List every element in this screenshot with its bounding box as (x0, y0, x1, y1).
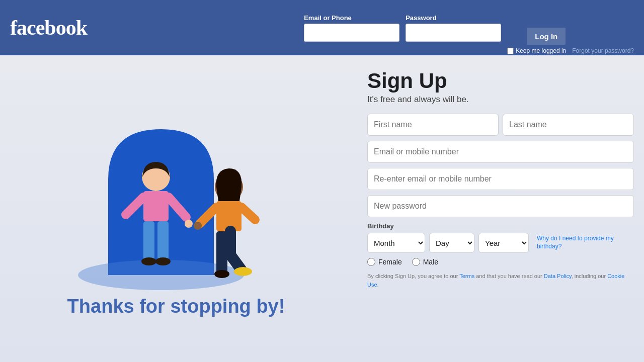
birthday-section: Birthday Month JanFebMar AprMayJun JulAu… (367, 222, 634, 253)
name-row (367, 114, 634, 136)
day-select[interactable]: Day 123456789101112131415161718192021222… (429, 233, 474, 253)
svg-rect-5 (143, 221, 154, 261)
signup-form: Sign Up It's free and always will be. Bi… (352, 55, 644, 362)
terms-end: . (377, 282, 379, 288)
reemail-input[interactable] (367, 168, 634, 190)
header-right: Email or Phone Password Log In Keep me l… (294, 0, 644, 55)
svg-point-15 (234, 267, 252, 276)
signup-subtitle: It's free and always will be. (367, 95, 634, 105)
svg-line-12 (242, 207, 255, 220)
keep-logged-in-checkbox[interactable] (507, 48, 514, 54)
password-input[interactable] (406, 24, 501, 42)
email-label: Email or Phone (304, 14, 399, 22)
svg-point-8 (155, 257, 171, 265)
gender-section: Female Male (367, 258, 634, 266)
email-input[interactable] (304, 24, 399, 42)
first-name-input[interactable] (367, 114, 499, 136)
login-button[interactable]: Log In (526, 27, 566, 45)
keep-logged-in-label: Keep me logged in (516, 47, 566, 54)
reemail-row (367, 168, 634, 190)
password-row (367, 195, 634, 217)
birthday-label: Birthday (367, 222, 634, 230)
birthday-selects: Month JanFebMar AprMayJun JulAugSep OctN… (367, 233, 634, 253)
left-side: Thanks for stopping by! (0, 55, 352, 362)
signup-title: Sign Up (367, 70, 634, 92)
password-label: Password (406, 14, 501, 22)
email-field-group: Email or Phone (304, 14, 399, 42)
female-radio[interactable] (367, 258, 375, 266)
email-row (367, 141, 634, 163)
male-label: Male (423, 258, 438, 266)
keep-logged-in-row: Keep me logged in (507, 47, 566, 54)
svg-point-17 (194, 222, 202, 230)
svg-point-14 (214, 270, 229, 278)
main-content: Thanks for stopping by! Sign Up It's fre… (0, 55, 644, 362)
terms-link[interactable]: Terms (459, 273, 474, 279)
male-option[interactable]: Male (412, 258, 438, 266)
female-option[interactable]: Female (367, 258, 402, 266)
forgot-password-link[interactable]: Forgot your password? (572, 47, 634, 54)
why-birthday-link[interactable]: Why do I need to provide my birthday? (537, 235, 617, 250)
terms-line3: , including our (572, 273, 608, 279)
female-label: Female (378, 258, 402, 266)
tagline: Thanks for stopping by! (67, 295, 285, 318)
svg-rect-6 (157, 221, 169, 261)
svg-point-7 (141, 257, 156, 265)
logo-f-letter: f (10, 16, 17, 39)
new-password-input[interactable] (367, 195, 634, 217)
svg-point-16 (185, 220, 193, 228)
year-select[interactable]: Year 20242023202220212020201920182017201… (478, 233, 529, 253)
terms-line2: and that you have read our (474, 273, 544, 279)
illustration (68, 99, 284, 290)
logo: facebook (10, 16, 87, 40)
mobile-email-input[interactable] (367, 141, 634, 163)
data-policy-link[interactable]: Data Policy (544, 273, 572, 279)
header: facebook Email or Phone Password Log In … (0, 0, 644, 55)
month-select[interactable]: Month JanFebMar AprMayJun JulAugSep OctN… (367, 233, 425, 253)
password-field-group: Password (406, 14, 501, 42)
male-radio[interactable] (412, 258, 420, 266)
terms-text: By clicking Sign Up, you agree to our Te… (367, 272, 634, 289)
terms-line1: By clicking Sign Up, you agree to our (367, 273, 459, 279)
last-name-input[interactable] (503, 114, 634, 136)
